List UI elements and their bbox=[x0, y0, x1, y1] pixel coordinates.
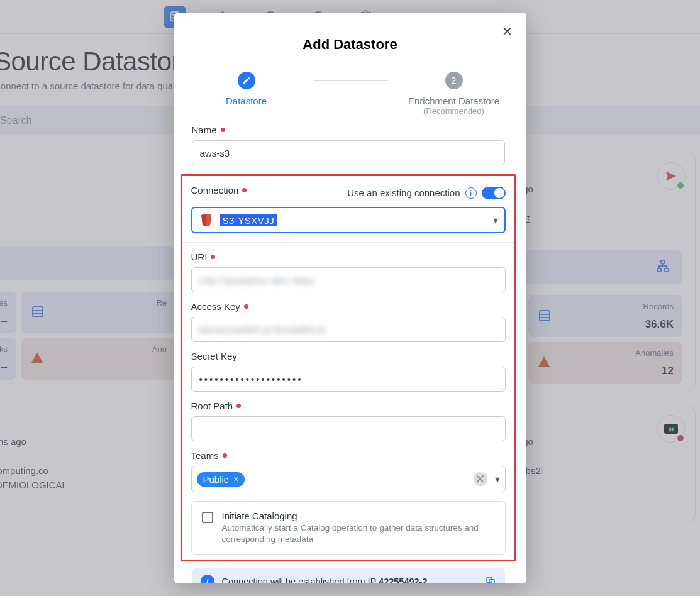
remove-chip-icon[interactable]: ✕ bbox=[231, 474, 241, 484]
copy-icon[interactable] bbox=[485, 575, 496, 583]
chevron-down-icon: ▾ bbox=[493, 214, 498, 226]
name-input[interactable] bbox=[192, 140, 505, 165]
catalog-title: Initiate Cataloging bbox=[222, 510, 495, 521]
ip-banner: i Connection will be established from IP… bbox=[192, 568, 505, 583]
uri-label: URI bbox=[191, 251, 216, 262]
teams-select[interactable]: Public✕ ✕ ▾ bbox=[191, 466, 506, 492]
root-path-label: Root Path bbox=[191, 400, 242, 411]
clear-teams-icon[interactable]: ✕ bbox=[474, 472, 487, 486]
info-icon: i bbox=[201, 575, 214, 583]
step-2-sublabel: (Recommended) bbox=[423, 106, 484, 116]
access-key-input[interactable]: AKIA1XAMPLE7EXAMPLE bbox=[191, 317, 506, 342]
existing-connection-label: Use an existing connection bbox=[347, 187, 460, 198]
secret-key-label: Secret Key bbox=[191, 351, 237, 361]
catalog-checkbox[interactable] bbox=[202, 512, 213, 523]
root-path-input[interactable] bbox=[191, 416, 506, 441]
name-label: Name bbox=[192, 124, 225, 135]
chevron-down-icon: ▾ bbox=[495, 473, 500, 485]
modal-title: Add Datastore bbox=[174, 36, 526, 53]
s3-icon bbox=[199, 212, 214, 228]
uri-input[interactable]: s3a://qualytics-dev-data bbox=[191, 267, 506, 292]
team-chip[interactable]: Public✕ bbox=[197, 472, 245, 487]
info-icon[interactable]: i bbox=[465, 187, 477, 199]
step-1-label: Datastore bbox=[226, 96, 267, 106]
initiate-cataloging-option[interactable]: Initiate Cataloging Automatically start … bbox=[191, 501, 506, 555]
connection-label: Connection bbox=[191, 185, 247, 196]
secret-key-input[interactable] bbox=[191, 367, 506, 392]
step-2-icon[interactable]: 2 bbox=[445, 72, 463, 89]
step-2-label: Enrichment Datastore bbox=[408, 96, 499, 106]
connection-select[interactable]: S3-YSXVJJ ▾ bbox=[191, 207, 506, 233]
close-icon[interactable]: ✕ bbox=[502, 24, 513, 39]
stepper: Datastore 2 Enrichment Datastore (Recomm… bbox=[174, 72, 526, 116]
catalog-desc: Automatically start a Catalog operation … bbox=[222, 522, 495, 545]
teams-label: Teams bbox=[191, 450, 227, 461]
connection-section: Connection Use an existing connection i … bbox=[181, 174, 516, 561]
connection-selected-value: S3-YSXVJJ bbox=[220, 214, 277, 226]
step-1-icon[interactable] bbox=[238, 72, 255, 89]
ip-value: 42255492-2 bbox=[379, 577, 427, 583]
add-datastore-modal: ✕ Add Datastore Datastore 2 Enrichment D… bbox=[174, 13, 526, 583]
access-key-label: Access Key bbox=[191, 301, 248, 312]
existing-connection-toggle[interactable] bbox=[482, 187, 506, 199]
